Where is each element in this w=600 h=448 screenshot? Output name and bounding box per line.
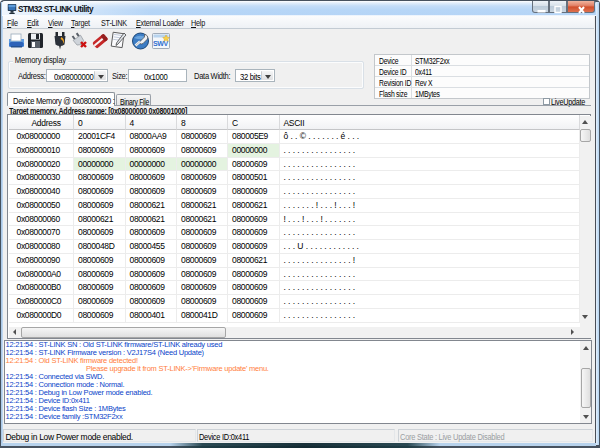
svg-text:SWV: SWV (153, 40, 168, 47)
